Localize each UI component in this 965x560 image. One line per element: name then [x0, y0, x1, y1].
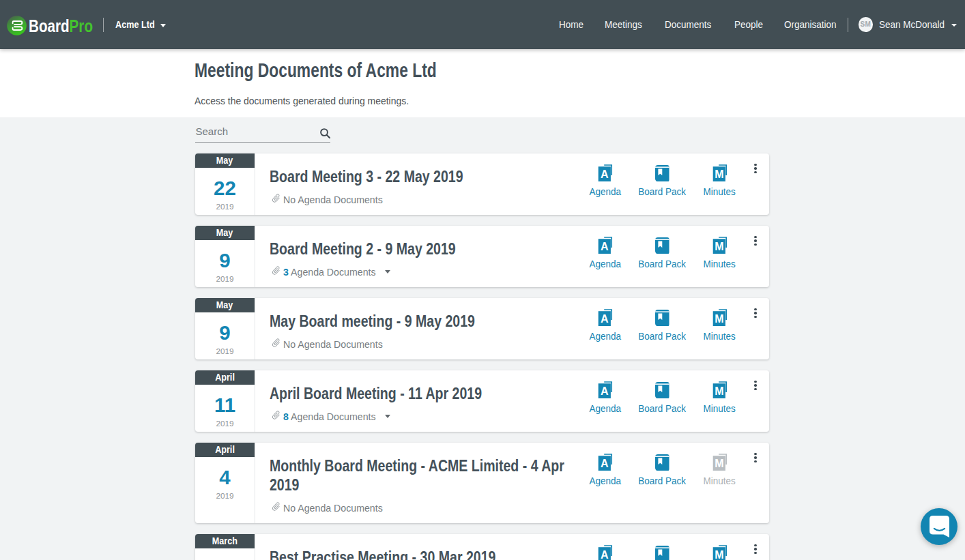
svg-text:M: M: [715, 313, 723, 325]
svg-text:M: M: [715, 549, 723, 560]
svg-text:M: M: [715, 385, 723, 397]
svg-text:A: A: [601, 241, 609, 252]
svg-text:A: A: [601, 549, 609, 560]
svg-text:M: M: [715, 168, 723, 180]
svg-text:M: M: [715, 241, 723, 252]
svg-text:M: M: [715, 458, 723, 469]
svg-text:A: A: [601, 385, 609, 397]
svg-text:A: A: [601, 168, 609, 180]
svg-text:A: A: [601, 458, 609, 469]
svg-text:A: A: [601, 313, 609, 325]
